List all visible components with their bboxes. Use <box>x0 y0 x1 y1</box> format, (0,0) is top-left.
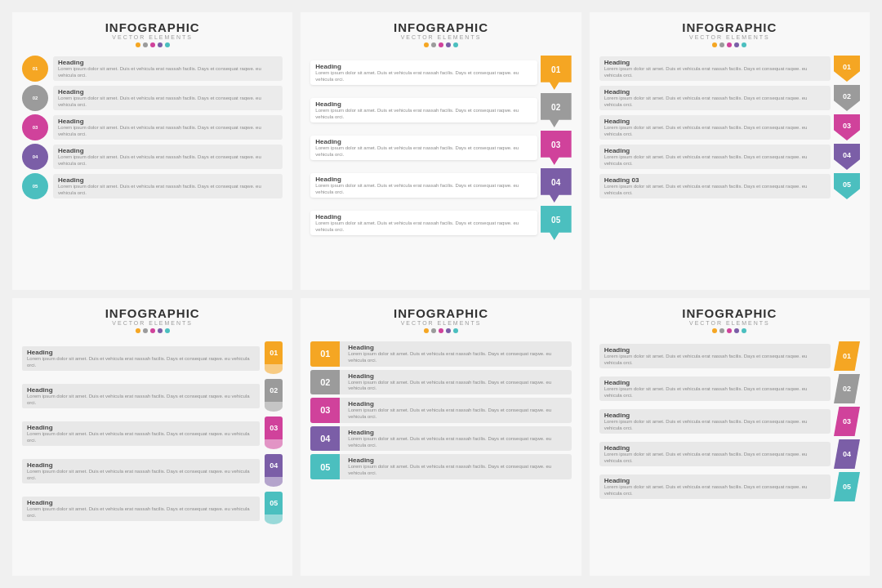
dot <box>712 328 717 333</box>
item-heading: Heading <box>58 118 278 125</box>
list-item: Heading 03Lorem ipsum dolor sit amet. Du… <box>599 173 860 199</box>
dot <box>734 328 739 333</box>
number-badge: 01 <box>541 56 572 90</box>
list-item: HeadingLorem ipsum dolor sit amet. Duis … <box>599 374 860 403</box>
item-body: Lorem ipsum dolor sit amet. Duis et vehi… <box>604 184 826 197</box>
text-box: HeadingLorem ipsum dolor sit amet. Duis … <box>22 459 260 484</box>
item-body: Lorem ipsum dolor sit amet. Duis et vehi… <box>348 436 566 449</box>
items-list: HeadingLorem ipsum dolor sit amet. Duis … <box>22 341 283 568</box>
item-heading: Heading <box>604 444 826 452</box>
panel-subtitle: VECTOR ELEMENTS <box>310 34 571 40</box>
number-badge: 03 <box>265 416 283 451</box>
item-heading: Heading <box>315 176 532 183</box>
item-heading: Heading <box>58 59 278 66</box>
item-heading: Heading <box>604 118 826 125</box>
dot <box>165 328 170 333</box>
dot <box>719 328 724 333</box>
item-body: Lorem ipsum dolor sit amet. Duis et vehi… <box>604 484 826 497</box>
dot <box>424 42 429 47</box>
dot <box>150 328 155 333</box>
item-heading: Heading <box>604 412 826 419</box>
text-box: HeadingLorem ipsum dolor sit amet. Duis … <box>343 370 571 395</box>
item-heading: Heading <box>604 88 826 96</box>
dot <box>446 328 451 333</box>
dot <box>742 42 746 47</box>
number-badge: 01 <box>310 341 340 367</box>
item-heading: Heading <box>58 88 278 96</box>
item-body: Lorem ipsum dolor sit amet. Duis et vehi… <box>27 469 255 482</box>
dots-row <box>599 42 860 47</box>
list-item: HeadingLorem ipsum dolor sit amet. Duis … <box>22 379 283 413</box>
panel-subtitle: VECTOR ELEMENTS <box>599 34 860 40</box>
number-badge: 02 <box>265 379 283 413</box>
text-box: HeadingLorem ipsum dolor sit amet. Duis … <box>310 211 537 236</box>
panel-header: INFOGRAPHICVECTOR ELEMENTS <box>310 20 571 51</box>
number-badge: 02 <box>310 370 340 395</box>
panel-title: INFOGRAPHIC <box>310 20 571 34</box>
item-body: Lorem ipsum dolor sit amet. Duis et vehi… <box>604 452 826 465</box>
item-heading: Heading <box>348 429 566 436</box>
number-badge: 03 <box>541 131 572 165</box>
number-badge: 04 <box>834 144 860 170</box>
infographic-panel: INFOGRAPHICVECTOR ELEMENTSHeadingLorem i… <box>301 12 581 290</box>
item-body: Lorem ipsum dolor sit amet. Duis et vehi… <box>27 506 255 519</box>
item-body: Lorem ipsum dolor sit amet. Duis et vehi… <box>315 145 532 158</box>
item-body: Lorem ipsum dolor sit amet. Duis et vehi… <box>58 96 278 109</box>
list-item: 01HeadingLorem ipsum dolor sit amet. Dui… <box>310 341 571 367</box>
item-body: Lorem ipsum dolor sit amet. Duis et vehi… <box>315 108 532 121</box>
panel-title: INFOGRAPHIC <box>310 306 571 320</box>
list-item: HeadingLorem ipsum dolor sit amet. Duis … <box>22 416 283 451</box>
list-item: 04HeadingLorem ipsum dolor sit amet. Dui… <box>310 426 571 452</box>
number-badge: 04 <box>834 439 860 469</box>
item-heading: Heading <box>604 59 826 66</box>
items-list: 01HeadingLorem ipsum dolor sit amet. Dui… <box>310 341 571 568</box>
number-badge: 01 <box>22 56 48 82</box>
item-body: Lorem ipsum dolor sit amet. Duis et vehi… <box>604 354 826 367</box>
dot <box>727 328 732 333</box>
number-badge: 04 <box>265 454 283 488</box>
dot <box>158 42 163 47</box>
list-item: HeadingLorem ipsum dolor sit amet. Duis … <box>22 341 283 376</box>
item-body: Lorem ipsum dolor sit amet. Duis et vehi… <box>27 356 255 369</box>
item-body: Lorem ipsum dolor sit amet. Duis et vehi… <box>348 351 566 364</box>
dot <box>158 328 163 333</box>
item-heading: Heading <box>58 147 278 154</box>
dots-row <box>310 328 571 333</box>
list-item: HeadingLorem ipsum dolor sit amet. Duis … <box>310 168 571 203</box>
number-badge: 04 <box>22 144 48 170</box>
list-item: 02HeadingLorem ipsum dolor sit amet. Dui… <box>22 85 283 111</box>
item-heading: Heading <box>27 424 255 431</box>
item-heading: Heading <box>27 349 255 356</box>
number-badge: 03 <box>310 398 340 423</box>
panel-title: INFOGRAPHIC <box>599 20 860 34</box>
number-badge: 02 <box>22 85 48 111</box>
dot <box>734 42 739 47</box>
list-item: HeadingLorem ipsum dolor sit amet. Duis … <box>22 492 283 526</box>
panel-title: INFOGRAPHIC <box>599 306 860 320</box>
text-box: HeadingLorem ipsum dolor sit amet. Duis … <box>599 344 831 369</box>
dot <box>453 42 458 47</box>
item-heading: Heading <box>27 499 255 506</box>
dot <box>439 328 443 333</box>
item-heading: Heading <box>348 457 566 464</box>
panel-title: INFOGRAPHIC <box>22 306 283 320</box>
number-badge: 01 <box>265 341 283 376</box>
infographic-panel: INFOGRAPHICVECTOR ELEMENTS01HeadingLorem… <box>301 298 581 576</box>
number-badge: 05 <box>310 454 340 479</box>
number-badge: 05 <box>834 472 860 501</box>
panel-header: INFOGRAPHICVECTOR ELEMENTS <box>22 306 283 336</box>
list-item: 03HeadingLorem ipsum dolor sit amet. Dui… <box>22 114 283 140</box>
text-box: HeadingLorem ipsum dolor sit amet. Duis … <box>599 376 831 402</box>
number-badge: 02 <box>541 93 572 127</box>
dot <box>165 42 170 47</box>
item-heading: Heading <box>604 147 826 154</box>
number-badge: 05 <box>541 206 572 240</box>
item-heading: Heading <box>604 477 826 484</box>
item-heading: Heading <box>27 461 255 469</box>
dot <box>727 42 732 47</box>
items-list: HeadingLorem ipsum dolor sit amet. Duis … <box>599 56 860 282</box>
text-box: HeadingLorem ipsum dolor sit amet. Duis … <box>599 115 831 140</box>
item-body: Lorem ipsum dolor sit amet. Duis et vehi… <box>604 419 826 432</box>
item-body: Lorem ipsum dolor sit amet. Duis et vehi… <box>604 386 826 399</box>
text-box: HeadingLorem ipsum dolor sit amet. Duis … <box>310 136 537 161</box>
